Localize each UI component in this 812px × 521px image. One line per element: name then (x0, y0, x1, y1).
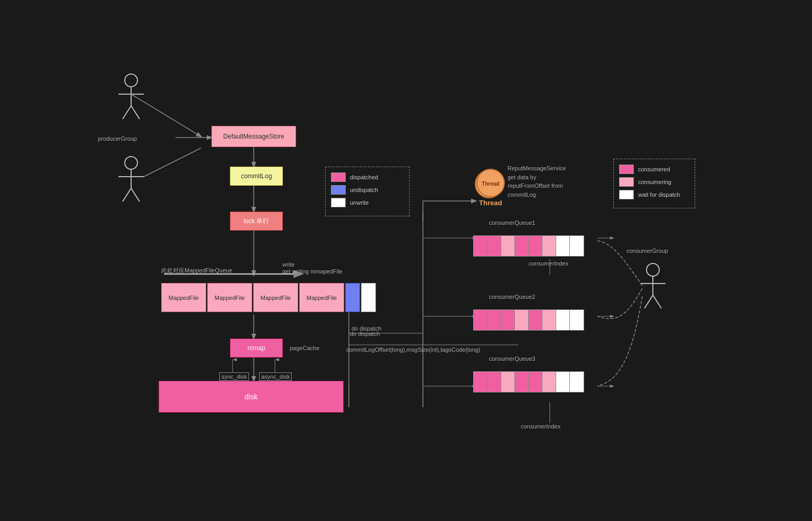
cq2-cell-6 (542, 310, 556, 330)
do-dispatch-label: do dispatch (350, 331, 380, 337)
mapped-file-3: MappedFile (253, 283, 298, 312)
undispatch-label: undispatch (350, 187, 378, 193)
svg-line-11 (144, 148, 201, 177)
sync-disk-label: sync_disk (219, 372, 249, 381)
cq1-cell-8 (570, 236, 584, 256)
producer-group-label: producerGroup (98, 135, 137, 142)
cq1-cell-7 (556, 236, 570, 256)
unwrite-cell (361, 283, 376, 312)
thread-icon: Thread (476, 168, 505, 198)
commit-log-offset-label: commitLogOffset(long),msgSize(int),tagsC… (346, 346, 481, 353)
cq3-cell-5 (529, 372, 542, 392)
consumer-queue-2-label: consumerQueue2 (489, 294, 600, 300)
cq3-cell-2 (487, 372, 501, 392)
mapped-file-queue-label: 此处对应MappedFileQueue (161, 267, 233, 275)
svg-line-4 (131, 106, 140, 119)
svg-line-9 (131, 188, 140, 202)
mapped-file-1: MappedFile (161, 283, 206, 312)
cq2-cell-7 (556, 310, 570, 330)
legend-1: dispatched undispatch unwrite (325, 167, 410, 216)
cq2-cell-1 (474, 310, 487, 330)
cq2-cell-2 (487, 310, 501, 330)
consumer-queue-1-container: consumerQueue1 (473, 220, 584, 257)
consumered-swatch (619, 164, 634, 174)
cq3-cell-1 (474, 372, 487, 392)
consumer-index-2-label: consumerIndex (521, 423, 560, 429)
cq2-cell-5 (529, 310, 542, 330)
wait-dispatch-swatch (619, 190, 634, 199)
disk-box: disk (159, 381, 344, 413)
svg-point-0 (125, 74, 137, 87)
consumer-queue-2-container: consumerQueue2 (473, 294, 584, 331)
mapped-file-4: MappedFile (299, 283, 344, 312)
svg-text:Thread: Thread (482, 181, 499, 187)
reput-service-label: ReputMessageService get data by reputFro… (508, 164, 566, 199)
async-disk-label: async_disk (259, 372, 292, 381)
lock-single-box: lock 单行 (230, 212, 283, 231)
consumer-group-label: consumerGroup (626, 248, 668, 254)
svg-line-37 (644, 295, 653, 308)
undispatch-cell (345, 283, 360, 312)
consumer-queue-3-label: consumerQueue3 (489, 355, 600, 362)
cq1-cell-1 (474, 236, 487, 256)
unwrite-swatch (331, 198, 346, 207)
cq3-cell-6 (542, 372, 556, 392)
consumering-label: consumering (638, 179, 671, 185)
legend-2: consumered consumering wait for dispatch (613, 159, 695, 208)
unwrite-label: unwrite (350, 199, 368, 206)
cq2-cell-4 (515, 310, 529, 330)
cq3-cell-4 (515, 372, 529, 392)
cq3-cell-7 (556, 372, 570, 392)
cq2-cell-8 (570, 310, 584, 330)
svg-point-5 (125, 157, 137, 169)
write-label: write (282, 261, 294, 268)
mapped-file-2: MappedFile (207, 283, 252, 312)
cq1-cell-2 (487, 236, 501, 256)
cq1-cell-4 (515, 236, 529, 256)
svg-line-3 (123, 106, 131, 119)
get-writing-label: get writing mmapedFile (282, 268, 343, 275)
consumering-swatch (619, 177, 634, 187)
svg-line-38 (653, 295, 661, 308)
consumer-queue-3-container: consumerQueue3 (473, 355, 584, 392)
consumered-label: consumered (638, 166, 670, 172)
thread-icon-container: Thread Thread (476, 168, 505, 207)
page-cache-label: pageCache (290, 345, 319, 351)
svg-line-8 (123, 188, 131, 202)
dispatched-label: dispatched (350, 174, 378, 180)
cq1-cell-3 (501, 236, 515, 256)
consumer-queue-1-label: consumerQueue1 (489, 220, 600, 226)
consumer-index-1-label: consumerIndex (529, 260, 568, 267)
svg-line-10 (131, 94, 201, 136)
cq2-cell-3 (501, 310, 515, 330)
default-message-store-box: DefaultMessageStore (211, 126, 296, 147)
wait-dispatch-label: wait for dispatch (638, 191, 680, 198)
svg-point-34 (647, 263, 659, 276)
dispatched-swatch (331, 172, 346, 182)
mmap-box: mmap (230, 339, 283, 358)
cq1-cell-6 (542, 236, 556, 256)
cq3-cell-8 (570, 372, 584, 392)
undispatch-swatch (331, 185, 346, 195)
thread-label: Thread (479, 199, 502, 207)
cq3-cell-3 (501, 372, 515, 392)
cq1-cell-5 (529, 236, 542, 256)
commit-log-box: commitLog (230, 167, 283, 186)
